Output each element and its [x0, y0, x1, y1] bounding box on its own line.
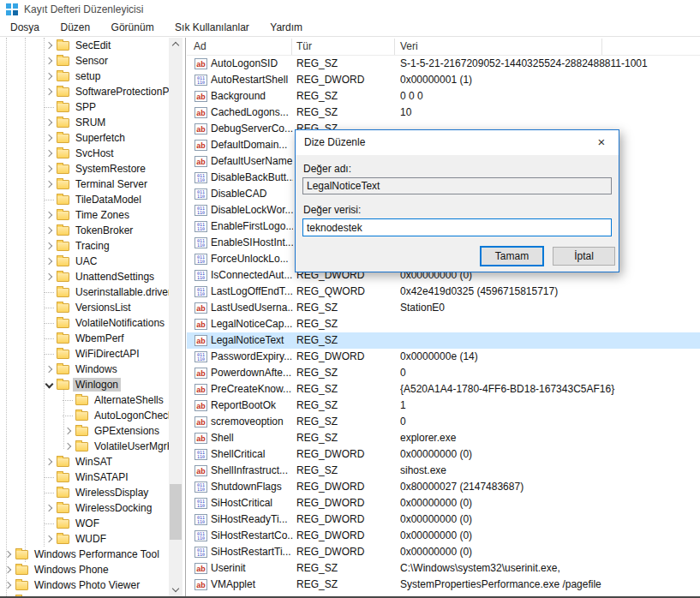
tree-item-softwareprotectionp[interactable]: SoftwareProtectionP	[0, 84, 169, 99]
tree-item-tokenbroker[interactable]: TokenBroker	[0, 223, 169, 238]
cancel-button[interactable]: İptal	[553, 247, 615, 266]
registry-value-row-powerdownafte-[interactable]: abPowerdownAfte...REG_SZ0	[187, 365, 700, 381]
close-icon[interactable]: ×	[588, 130, 615, 155]
chevron-collapsed-icon[interactable]	[3, 581, 13, 590]
chevron-collapsed-icon[interactable]	[45, 272, 54, 282]
tree-item-wifidirectapi[interactable]: WiFiDirectAPI	[0, 346, 169, 362]
column-divider[interactable]	[601, 39, 602, 55]
registry-value-row-reportbootok[interactable]: abReportBootOkREG_SZ1	[187, 398, 700, 414]
chevron-collapsed-icon[interactable]	[45, 72, 54, 81]
registry-value-row-autorestartshell[interactable]: 011 110AutoRestartShellREG_DWORD0x000000…	[187, 72, 700, 88]
column-divider[interactable]	[394, 39, 395, 55]
registry-value-row-sihostcritical[interactable]: 011 110SiHostCriticalREG_DWORD0x00000000…	[187, 495, 700, 511]
chevron-collapsed-icon[interactable]	[45, 226, 54, 236]
chevron-collapsed-icon[interactable]	[45, 118, 54, 128]
tree-item-srum[interactable]: SRUM	[0, 115, 169, 130]
value-name-field[interactable]	[302, 177, 612, 194]
chevron-collapsed-icon[interactable]	[45, 242, 54, 251]
tree-item-spp[interactable]: SPP	[0, 99, 169, 115]
tree-item-volatilenotifications[interactable]: VolatileNotifications	[0, 315, 169, 331]
registry-value-row-userinit[interactable]: abUserinitREG_SZC:\Windows\system32\user…	[187, 560, 700, 577]
tree-item-setup[interactable]: setup	[0, 69, 169, 84]
tree-item-wudf[interactable]: WUDF	[0, 531, 169, 547]
tree-item-gpextensions[interactable]: GPExtensions	[0, 423, 169, 439]
chevron-collapsed-icon[interactable]	[45, 257, 54, 266]
column-header-data[interactable]: Veri	[400, 38, 418, 55]
chevron-collapsed-icon[interactable]	[45, 87, 54, 97]
chevron-collapsed-icon[interactable]	[45, 149, 54, 158]
tree-item-uac[interactable]: UAC	[0, 254, 169, 269]
chevron-collapsed-icon[interactable]	[45, 504, 54, 513]
registry-value-row-lastlogoffendt-[interactable]: 011 110LastLogOffEndT...REG_QWORD0x42e41…	[187, 284, 700, 300]
registry-value-row-sihostrestartco-[interactable]: 011 110SiHostRestartCo...REG_DWORD0x0000…	[187, 528, 700, 544]
chevron-collapsed-icon[interactable]	[45, 535, 54, 544]
registry-value-row-legalnoticetext[interactable]: abLegalNoticeTextREG_SZ	[187, 332, 700, 349]
tree-item-tracing[interactable]: Tracing	[0, 238, 169, 254]
scrollbar-thumb[interactable]	[170, 484, 182, 540]
menu-file[interactable]: Dosya	[2, 19, 48, 36]
chevron-collapsed-icon[interactable]	[45, 211, 54, 220]
tree-item-winsat[interactable]: WinSAT	[0, 454, 169, 469]
tree-item-wbemperf[interactable]: WbemPerf	[0, 331, 169, 346]
tree-item-systemrestore[interactable]: SystemRestore	[0, 161, 169, 176]
scroll-up-icon[interactable]	[169, 38, 182, 51]
tree-item-superfetch[interactable]: Superfetch	[0, 130, 169, 146]
chevron-collapsed-icon[interactable]	[45, 164, 54, 174]
registry-value-row-vmapplet[interactable]: abVMAppletREG_SZSystemPropertiesPerforma…	[187, 577, 700, 593]
tree-item-wirelessdisplay[interactable]: WirelessDisplay	[0, 485, 169, 500]
registry-value-row-autologonsid[interactable]: abAutoLogonSIDREG_SZS-1-5-21-2167209052-…	[187, 56, 700, 72]
tree-item-wof[interactable]: WOF	[0, 516, 169, 531]
registry-value-row-sihostreadyti-[interactable]: 011 110SiHostReadyTi...REG_DWORD0x000000…	[187, 511, 700, 528]
chevron-collapsed-icon[interactable]	[3, 565, 13, 575]
tree-item-versionslist[interactable]: VersionsList	[0, 300, 169, 315]
tree-scrollbar[interactable]	[169, 38, 182, 598]
registry-value-row-passwordexpiry-[interactable]: 011 110PasswordExpiry...REG_DWORD0x00000…	[187, 349, 700, 365]
column-header-type[interactable]: Tür	[296, 38, 312, 55]
registry-value-row-legalnoticecap-[interactable]: abLegalNoticeCap...REG_SZ	[187, 316, 700, 332]
tree-item-svchost[interactable]: SvcHost	[0, 146, 169, 161]
tree-item-windows-performance-tool[interactable]: Windows Performance Tool	[0, 547, 169, 562]
tree-item-terminal-server[interactable]: Terminal Server	[0, 176, 169, 192]
registry-value-row-scremoveoption[interactable]: abscremoveoptionREG_SZ0	[187, 414, 700, 430]
chevron-collapsed-icon[interactable]	[63, 442, 73, 451]
chevron-collapsed-icon[interactable]	[45, 365, 54, 374]
menu-favorites[interactable]: Sık Kullanılanlar	[166, 19, 258, 36]
registry-value-row-lastuseduserna-[interactable]: abLastUsedUserna...REG_SZStationE0	[187, 300, 700, 316]
tree-item-winsatapi[interactable]: WinSATAPI	[0, 469, 169, 485]
dialog-title-bar[interactable]: Dize Düzenle ×	[296, 130, 619, 155]
scroll-down-icon[interactable]	[169, 583, 182, 596]
chevron-collapsed-icon[interactable]	[45, 180, 54, 189]
chevron-collapsed-icon[interactable]	[63, 427, 73, 436]
chevron-collapsed-icon[interactable]	[45, 134, 54, 143]
chevron-collapsed-icon[interactable]	[3, 550, 13, 559]
column-divider[interactable]	[291, 39, 292, 55]
tree-item-volatileusermgrk[interactable]: VolatileUserMgrK	[0, 439, 169, 454]
ok-button[interactable]: Tamam	[480, 246, 544, 266]
registry-value-row-sihostrestartti-[interactable]: 011 110SiHostRestartTi...REG_DWORD0x0000…	[187, 544, 700, 560]
registry-value-row-background[interactable]: abBackgroundREG_SZ0 0 0	[187, 88, 700, 105]
column-header-name[interactable]: Ad	[194, 38, 206, 55]
registry-value-row-shutdownflags[interactable]: 011 110ShutdownFlagsREG_DWORD0x80000027 …	[187, 479, 700, 495]
chevron-collapsed-icon[interactable]	[45, 41, 54, 51]
menu-edit[interactable]: Düzen	[51, 19, 99, 36]
tree-item-time-zones[interactable]: Time Zones	[0, 207, 169, 223]
registry-value-row-shellcritical[interactable]: 011 110ShellCriticalREG_DWORD0x00000000 …	[187, 446, 700, 463]
tree-item-userinstallable-driver[interactable]: Userinstallable.driver	[0, 284, 169, 300]
tree-item-windows-photo-viewer[interactable]: Windows Photo Viewer	[0, 577, 169, 593]
tree-item-windows-phone[interactable]: Windows Phone	[0, 562, 169, 577]
menu-help[interactable]: Yardım	[261, 19, 311, 36]
tree-item-alternateshells[interactable]: AlternateShells	[0, 392, 169, 408]
tree-item-wirelessdocking[interactable]: WirelessDocking	[0, 500, 169, 516]
chevron-expanded-icon[interactable]	[45, 380, 54, 390]
registry-value-row-precreateknow-[interactable]: abPreCreateKnow...REG_SZ{A520A1A4-1780-4…	[187, 381, 700, 398]
registry-value-row-shellinfrastruct-[interactable]: abShellInfrastruct...REG_SZsihost.exe	[187, 463, 700, 479]
chevron-collapsed-icon[interactable]	[45, 457, 54, 467]
registry-value-row-shell[interactable]: abShellREG_SZexplorer.exe	[187, 430, 700, 446]
registry-value-row-cachedlogons-[interactable]: abCachedLogons...REG_SZ10	[187, 105, 700, 121]
tree-item-secedit[interactable]: SecEdit	[0, 38, 169, 53]
menu-view[interactable]: Görünüm	[103, 19, 163, 36]
tree-item-unattendsettings[interactable]: UnattendSettings	[0, 269, 169, 284]
tree-item-sensor[interactable]: Sensor	[0, 53, 169, 69]
chevron-collapsed-icon[interactable]	[45, 57, 54, 66]
value-data-field[interactable]	[302, 218, 612, 236]
